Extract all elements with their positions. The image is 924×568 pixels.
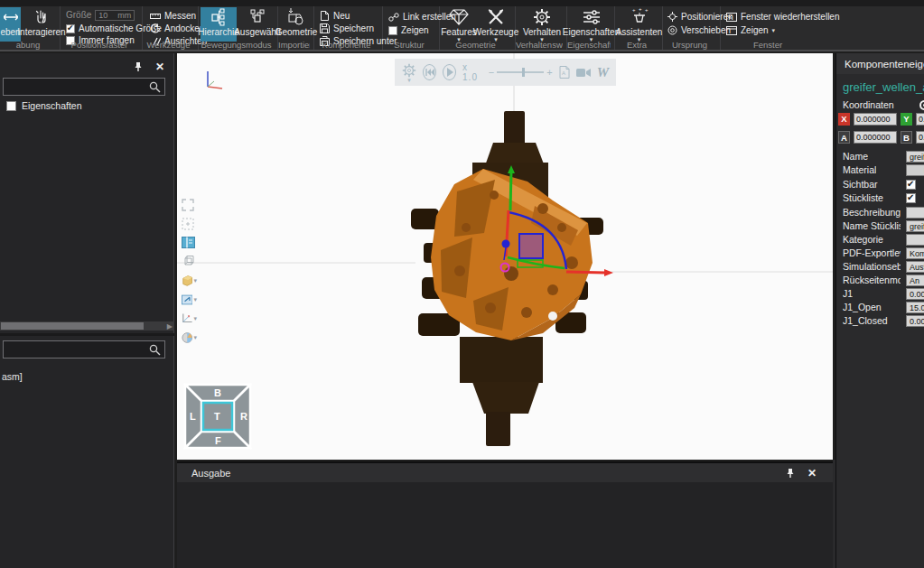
slider-plus[interactable]: +	[546, 67, 552, 78]
camera-icon	[576, 68, 591, 78]
screenshot-button[interactable]: ▾	[182, 293, 197, 306]
geometrie-werkzeuge-button[interactable]: Werkzeuge ▾	[478, 7, 514, 42]
group-label-geometrie: Geometrie	[440, 40, 511, 50]
slider-track[interactable]	[497, 71, 544, 73]
y-coordinate-field[interactable]: 0.00	[916, 113, 924, 126]
size-input[interactable]: 10 mm	[95, 10, 135, 21]
geometrie-import-button[interactable]: Geometrie	[279, 7, 313, 42]
features-button[interactable]: Features ▾	[442, 7, 476, 42]
left-sidebar: ✕ Eigenschaften ▶ asm]	[0, 53, 174, 568]
interagieren-button[interactable]: Interagieren	[23, 7, 61, 42]
verhalten-button[interactable]: Verhalten ▾	[523, 7, 561, 42]
material-sphere-button[interactable]: ▾	[182, 331, 197, 344]
group-label-importieren: Importieren	[278, 40, 310, 50]
tools-icon	[487, 7, 505, 27]
ribbon-group-handhabung: eben Interagieren abung	[0, 6, 61, 50]
name-stueckliste-field[interactable]: greifer_w	[906, 220, 924, 232]
ausgewaehlt-button[interactable]: Ausgewählt	[238, 7, 276, 42]
playback-toolbar: ▾ x 1.0 − + A W	[395, 59, 616, 86]
fenster-wiederherstellen-button[interactable]: Fenster wiederherstellen	[726, 12, 840, 22]
sliders-icon	[582, 7, 602, 27]
playback-settings-button[interactable]: ▾	[402, 63, 416, 82]
sichtbar-checkbox[interactable]	[906, 180, 916, 190]
y-axis-badge: Y	[901, 113, 912, 126]
play-icon	[446, 68, 453, 77]
fenster-zeigen-button[interactable]: Zeigen ▾	[726, 25, 775, 35]
axes-plot-button[interactable]: ▾	[182, 312, 197, 325]
pin-icon[interactable]	[134, 61, 143, 72]
beschreibung-field[interactable]	[906, 207, 924, 219]
pin-icon[interactable]	[786, 468, 795, 479]
new-file-icon	[320, 11, 330, 21]
view-cube[interactable]: B L R T F	[183, 383, 252, 453]
gear-icon	[402, 63, 416, 78]
fit-view-button[interactable]	[182, 217, 197, 230]
screenshot-icon	[182, 294, 192, 305]
expand-view-button[interactable]	[182, 198, 197, 211]
panel-divider[interactable]	[0, 333, 174, 336]
crosshair-icon	[667, 12, 677, 22]
pdf-exportlevel-field[interactable]: Komplett	[906, 247, 924, 259]
j1-open-field[interactable]: 15.000000	[906, 302, 924, 313]
close-icon[interactable]: ✕	[807, 467, 817, 480]
skip-back-button[interactable]	[423, 64, 436, 80]
group-label-positionsraster: Positionsraster	[61, 40, 138, 50]
coord-mode-radio[interactable]: Wel	[919, 99, 924, 110]
solid-box-button[interactable]: ▾	[182, 274, 197, 287]
eigenschaften-filter-checkbox[interactable]	[6, 101, 16, 111]
ribbon-tab-strip[interactable]	[0, 0, 924, 6]
j1-field[interactable]: 0.000000	[906, 288, 924, 300]
search-input[interactable]	[3, 78, 165, 96]
skip-back-icon	[425, 69, 434, 76]
ausgewaehlt-label: Ausgewählt	[234, 27, 281, 37]
zeigen-checkbox-row[interactable]: Zeigen	[388, 25, 429, 35]
pdf-export-button[interactable]: A	[559, 66, 570, 79]
a-axis-badge: A	[838, 131, 850, 144]
material-button[interactable]: Null	[906, 164, 924, 176]
play-button[interactable]	[443, 64, 456, 80]
group-label-fenster: Fenster	[721, 40, 815, 50]
speichern-button[interactable]: Speichern	[320, 23, 374, 33]
horizontal-scrollbar[interactable]: ▶	[0, 321, 174, 331]
ribbon-group-positionsraster: Größe 10 mm Automatische Größe Immer fan…	[61, 6, 143, 50]
record-video-button[interactable]	[576, 68, 591, 78]
messen-button[interactable]: Messen	[150, 11, 196, 21]
split-view-button[interactable]	[182, 236, 197, 249]
scrollbar-thumb[interactable]	[1, 322, 144, 330]
slider-handle[interactable]	[522, 68, 525, 77]
tree-search-input[interactable]	[3, 340, 165, 358]
eigenschaften-filter-label: Eigenschaften	[22, 100, 82, 111]
speed-slider[interactable]: − +	[489, 67, 553, 78]
split-view-icon	[182, 237, 195, 248]
x-coordinate-field[interactable]: 0.000000	[854, 113, 897, 126]
andocken-button[interactable]: Andocken	[150, 23, 204, 33]
rueckseitenmodus-field[interactable]: An	[906, 275, 924, 286]
j1-closed-field[interactable]: 0.000000	[906, 315, 924, 327]
a-coordinate-field[interactable]: 0.000000	[854, 131, 897, 144]
hand-icon	[34, 7, 49, 27]
neu-button[interactable]: Neu	[320, 11, 350, 21]
b-coordinate-field[interactable]: 0.00	[916, 131, 924, 144]
auto-size-checkbox[interactable]	[66, 24, 75, 33]
origin-triad-icon	[208, 71, 222, 88]
radio-icon	[919, 100, 924, 110]
neu-label: Neu	[333, 11, 350, 21]
fenster-zeigen-caret-icon: ▾	[772, 28, 776, 33]
tree-item[interactable]: asm]	[2, 371, 23, 382]
scrollbar-arrow-icon[interactable]: ▶	[167, 322, 173, 331]
assistenten-button[interactable]: +++ Assistenten ▾	[618, 7, 660, 42]
svg-text:F: F	[215, 435, 221, 446]
hierarchie-button[interactable]: Hierarchie	[201, 7, 237, 42]
kategorie-field[interactable]	[906, 234, 924, 246]
viewport-3d[interactable]: ▾ x 1.0 − + A W	[177, 53, 833, 460]
eigenschaften-filter-row[interactable]: Eigenschaften	[6, 100, 82, 111]
wireframe-cube-button[interactable]	[182, 255, 197, 268]
zeigen-checkbox[interactable]	[388, 26, 397, 35]
eigenschaften-button[interactable]: Eigenschaften ▾	[569, 7, 613, 42]
stueckliste-checkbox[interactable]	[906, 193, 916, 203]
simulationsebene-field[interactable]: Ausführli	[906, 261, 924, 273]
close-icon[interactable]: ✕	[155, 61, 164, 73]
slider-minus[interactable]: −	[489, 67, 494, 78]
name-field[interactable]: greifer_w	[906, 151, 924, 163]
svg-text:R: R	[240, 411, 247, 422]
